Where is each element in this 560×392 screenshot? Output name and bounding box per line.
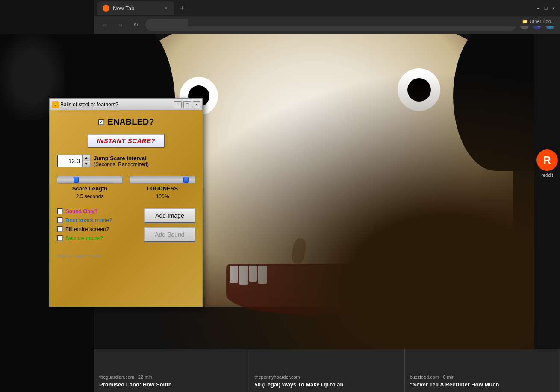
new-tab-button[interactable]: +: [176, 2, 188, 14]
interval-label-line2: (Seconds, Randomized): [94, 161, 149, 167]
news-bar: theguardian.com · 22 min Promised Land: …: [94, 349, 560, 392]
tab-close-button[interactable]: ×: [162, 5, 169, 12]
reddit-widget: R reddit: [534, 149, 560, 178]
door-knock-checkbox[interactable]: [57, 217, 63, 223]
scare-length-label: Scare Length: [72, 185, 107, 192]
loudness-value: 100%: [156, 193, 169, 199]
news-card-3[interactable]: buzzfeed.com · 6 min "Never Tell A Recru…: [405, 349, 560, 392]
app-window-icon: 🔒: [52, 101, 59, 108]
tab-title: New Tab: [113, 5, 159, 12]
active-tab[interactable]: New Tab ×: [97, 1, 174, 15]
interval-spinners: ▲ ▼: [83, 155, 90, 167]
news-title-3: "Never Tell A Recruiter How Much: [410, 381, 554, 389]
interval-row: 12.3 ▲ ▼ Jump Scare Interval (Seconds, R…: [57, 155, 195, 167]
enabled-row: ✓ ENABLED?: [57, 117, 195, 127]
fill-screen-checkbox[interactable]: [57, 226, 63, 232]
loudness-track[interactable]: [130, 176, 195, 184]
bookmarks-label: Other Boo...: [530, 19, 555, 24]
news-title-2: 50 (Legal) Ways To Make Up to an: [254, 381, 399, 389]
checkboxes-section: Sound Only? Door knock mode? Fill entire…: [57, 208, 112, 244]
browser-chrome: New Tab × + − □ × ← → ↻ ⚙ 🔧 🌐 📁 Other Bo…: [94, 0, 560, 34]
interval-value[interactable]: 12.3: [57, 155, 83, 167]
reddit-label: reddit: [541, 173, 553, 178]
add-sound-button[interactable]: Add Sound: [144, 227, 195, 242]
fill-screen-label: Fill entire screen?: [65, 226, 109, 232]
news-title-1: Promised Land: How South: [99, 381, 244, 389]
interval-label-line1: Jump Scare Interval: [94, 155, 149, 161]
tab-favicon: [103, 5, 109, 12]
sound-only-label: Sound Only?: [65, 208, 97, 214]
interval-down-button[interactable]: ▼: [83, 161, 90, 167]
app-titlebar: 🔒 Balls of steel or feathers? − □ ×: [50, 99, 202, 110]
enabled-checkbox[interactable]: ✓: [98, 119, 104, 125]
news-card-2[interactable]: thepennyhoarder.com 50 (Legal) Ways To M…: [249, 349, 404, 392]
seizure-mode-row: Seizure mode?: [57, 235, 112, 241]
bookmarks-bar: 📁 Other Boo...: [188, 16, 560, 26]
action-buttons: Add Image Add Sound: [144, 208, 195, 242]
scare-length-slider-group: Scare Length 2.5 seconds: [57, 176, 123, 199]
news-source-1: theguardian.com · 22 min: [99, 374, 244, 380]
scare-length-thumb[interactable]: [74, 177, 79, 183]
enabled-label: ENABLED?: [108, 117, 154, 127]
bottom-section: Sound Only? Door knock mode? Fill entire…: [57, 208, 195, 251]
seizure-mode-checkbox[interactable]: [57, 235, 63, 241]
folder-icon: 📁: [522, 19, 528, 24]
close-button[interactable]: ×: [551, 5, 557, 11]
forward-button[interactable]: →: [115, 19, 127, 31]
app-window-title: Balls of steel or feathers?: [60, 102, 172, 108]
refresh-button[interactable]: ↻: [130, 19, 142, 31]
app-footer: Made by notayon#2242: [57, 254, 195, 259]
news-source-3: buzzfeed.com · 6 min: [410, 374, 554, 380]
app-window: 🔒 Balls of steel or feathers? − □ × ✓ EN…: [49, 98, 203, 307]
interval-input-group: 12.3 ▲ ▼: [57, 155, 90, 167]
reddit-icon[interactable]: R: [536, 149, 558, 171]
window-controls: − □ ×: [535, 5, 557, 11]
door-knock-label: Door knock mode?: [65, 217, 112, 223]
app-content: ✓ ENABLED? INSTANT SCARE? 12.3 ▲ ▼ Jump …: [50, 110, 202, 307]
seizure-mode-label: Seizure mode?: [65, 235, 103, 241]
fill-screen-row: Fill entire screen?: [57, 226, 112, 232]
maximize-button[interactable]: □: [543, 5, 549, 11]
scare-length-value: 2.5 seconds: [76, 193, 104, 199]
back-button[interactable]: ←: [99, 19, 111, 31]
interval-up-button[interactable]: ▲: [83, 155, 90, 161]
door-knock-row: Door knock mode?: [57, 217, 112, 223]
scare-length-track[interactable]: [57, 176, 123, 184]
tab-bar: New Tab × + − □ ×: [94, 0, 560, 16]
loudness-thumb[interactable]: [183, 177, 189, 183]
news-source-2: thepennyhoarder.com: [254, 374, 399, 380]
sound-only-row: Sound Only?: [57, 208, 112, 214]
sliders-row: Scare Length 2.5 seconds LOUDNESS 100%: [57, 176, 195, 199]
news-card-1[interactable]: theguardian.com · 22 min Promised Land: …: [94, 349, 249, 392]
app-close-button[interactable]: ×: [193, 101, 200, 108]
sound-only-checkbox[interactable]: [57, 208, 63, 214]
add-image-button[interactable]: Add Image: [144, 208, 195, 223]
app-maximize-button[interactable]: □: [183, 101, 191, 108]
app-minimize-button[interactable]: −: [174, 101, 182, 108]
instant-scare-button[interactable]: INSTANT SCARE?: [88, 134, 165, 148]
loudness-label: LOUDNESS: [147, 185, 178, 192]
minimize-button[interactable]: −: [535, 5, 541, 11]
loudness-slider-group: LOUDNESS 100%: [130, 176, 195, 199]
other-bookmarks[interactable]: 📁 Other Boo...: [522, 19, 555, 24]
